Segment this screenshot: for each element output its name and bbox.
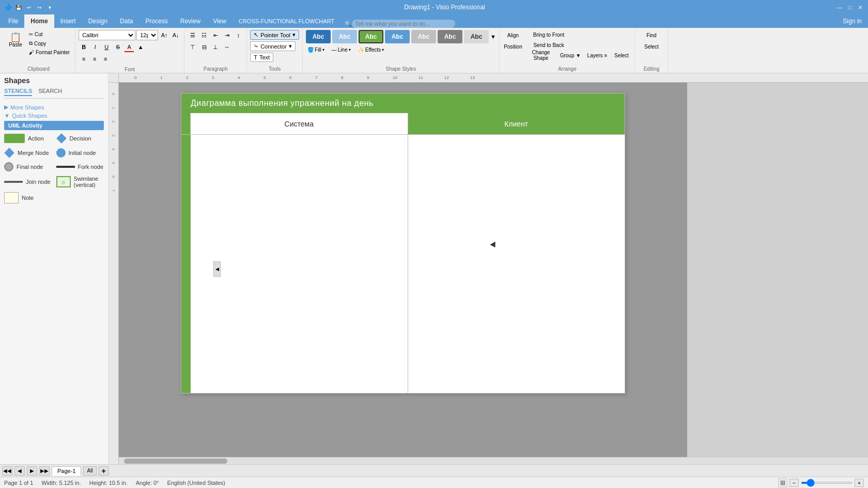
tab-design[interactable]: Design (82, 14, 114, 28)
font-family-select[interactable]: Calibri (79, 30, 135, 40)
page-nav-right[interactable]: ▶▶ (39, 466, 50, 476)
sidebar-tab-stencils[interactable]: STENCILS (4, 88, 32, 96)
shape-item-initial-node[interactable]: Initial node (56, 148, 104, 158)
shape-item-swimlane[interactable]: ||| Swimlane (vertical) (56, 176, 104, 188)
shape-item-fork-node[interactable]: Fork node (56, 162, 104, 171)
line-spacing-button[interactable]: ↕ (233, 30, 243, 40)
zoom-slider[interactable] (801, 482, 853, 484)
all-pages-button[interactable]: All (83, 466, 96, 476)
align-bottom-button[interactable]: ⊥ (210, 42, 221, 52)
connector-tool-button[interactable]: ⤷ Connector ▾ (250, 41, 296, 51)
underline-button[interactable]: U (101, 42, 112, 52)
decrease-font-button[interactable]: A↓ (171, 30, 181, 40)
shape-item-decision[interactable]: Decision (56, 133, 104, 144)
fill-button[interactable]: 🪣 Fill ▾ (306, 46, 326, 53)
increase-indent-button[interactable]: ⇥ (222, 30, 232, 40)
page-tab-1[interactable]: Page-1 (52, 466, 81, 476)
tab-view[interactable]: View (207, 14, 233, 28)
bullet-list-button[interactable]: ☰ (188, 30, 198, 40)
layers-button[interactable]: Layers ≡ (584, 51, 610, 60)
editing-select-button[interactable]: Select (639, 41, 664, 52)
text-direction-button[interactable]: ↔ (222, 42, 232, 52)
strikethrough-button[interactable]: S (113, 42, 123, 52)
maximize-btn[interactable]: □ (846, 4, 854, 11)
tell-me-input[interactable] (352, 20, 455, 28)
cut-button[interactable]: ✂ Cut (27, 30, 72, 39)
fill-dropdown-icon: ▾ (322, 48, 324, 52)
align-top-button[interactable]: ⊤ (188, 42, 198, 52)
format-painter-button[interactable]: 🖌 Format Painter (27, 48, 72, 57)
effects-button[interactable]: ✨ Effects ▾ (357, 46, 385, 53)
pointer-tool-button[interactable]: ↖ Pointer Tool ▾ (250, 30, 299, 40)
canvas-scroll[interactable]: Диаграмма выполнения упражнений на день … (119, 83, 868, 457)
align-middle-button[interactable]: ⊟ (199, 42, 209, 52)
position-button[interactable]: Position (503, 41, 523, 52)
fit-page-icon[interactable]: ⊞ (778, 478, 787, 487)
shape-item-merge-node[interactable]: Merge Node (4, 148, 52, 158)
add-page-button[interactable]: + (99, 466, 109, 476)
change-shape-button[interactable]: Change Shape (525, 51, 556, 60)
find-button[interactable]: Find (639, 30, 664, 40)
tab-cross-functional[interactable]: CROSS-FUNCTIONAL FLOWCHART (233, 14, 340, 28)
copy-button[interactable]: ⧉ Copy (27, 39, 72, 48)
more-shapes-link[interactable]: ▶ More Shapes (4, 104, 104, 111)
save-btn[interactable]: 💾 (15, 4, 22, 11)
horizontal-scrollbar[interactable] (119, 457, 868, 464)
line-button[interactable]: ― Line ▾ (330, 46, 352, 53)
style-swatch-4[interactable]: Abc (385, 30, 410, 43)
quick-shapes-link[interactable]: ▼ Quick Shapes (4, 113, 104, 119)
tab-data[interactable]: Data (114, 14, 139, 28)
styles-more-icon[interactable]: ▼ (490, 34, 496, 40)
h-scroll-thumb[interactable] (124, 459, 227, 464)
align-right-button[interactable]: ≡ (100, 54, 111, 64)
decrease-indent-button[interactable]: ⇤ (210, 30, 221, 40)
tab-review[interactable]: Review (174, 14, 207, 28)
align-left-button[interactable]: ≡ (79, 54, 89, 64)
send-to-back-button[interactable]: Send to Back (525, 40, 572, 50)
align-button[interactable]: Align (503, 30, 523, 40)
bold-button[interactable]: B (79, 42, 89, 52)
style-swatch-1[interactable]: Abc (306, 30, 331, 43)
sidebar-collapse-button[interactable]: ◀ (213, 261, 221, 277)
style-swatch-5[interactable]: Abc (411, 30, 436, 43)
paste-button[interactable]: 📋 Paste (5, 30, 26, 61)
page-nav-left[interactable]: ◀◀ (2, 466, 12, 476)
close-btn[interactable]: ✕ (857, 4, 864, 11)
bring-to-front-button[interactable]: Bring to Front (525, 30, 572, 39)
tab-process[interactable]: Process (139, 14, 174, 28)
font-size-select[interactable]: 12pt. (136, 30, 158, 40)
minimize-btn[interactable]: — (836, 4, 843, 11)
zoom-in-button[interactable]: + (855, 479, 864, 487)
shape-item-join-node[interactable]: Join node (4, 176, 52, 188)
sidebar-tab-search[interactable]: SEARCH (38, 88, 62, 96)
style-swatch-3[interactable]: Abc (359, 30, 383, 43)
group-button[interactable]: Group ▼ (557, 51, 583, 60)
italic-button[interactable]: I (90, 42, 100, 52)
quick-access-more[interactable]: ▾ (46, 4, 53, 11)
text-tool-button[interactable]: T Text (250, 53, 273, 62)
shape-item-action[interactable]: Action (4, 133, 52, 144)
highlight-button[interactable]: ▲ (135, 42, 146, 52)
tab-signin[interactable]: Sign in (836, 14, 868, 28)
numbered-list-button[interactable]: ☷ (199, 30, 209, 40)
tab-home[interactable]: Home (24, 14, 54, 28)
page-nav-next[interactable]: ▶ (27, 466, 37, 476)
tab-insert[interactable]: Insert (54, 14, 82, 28)
diagram-col-sistema[interactable] (191, 135, 408, 393)
shape-item-note[interactable]: Note (4, 192, 52, 203)
diagram-col-klient[interactable] (408, 135, 625, 393)
page-nav-prev[interactable]: ◀ (14, 466, 25, 476)
shape-item-final-node[interactable]: Final node (4, 162, 52, 171)
active-category[interactable]: UML Activity (4, 121, 104, 130)
style-swatch-7[interactable]: Abc (464, 30, 489, 43)
style-swatch-2[interactable]: Abc (332, 30, 357, 43)
font-color-button[interactable]: A (124, 42, 134, 52)
redo-btn[interactable]: ↪ (36, 4, 43, 11)
increase-font-button[interactable]: A↑ (159, 30, 169, 40)
select-button[interactable]: Select (611, 51, 632, 60)
tab-file[interactable]: File (2, 14, 24, 28)
align-center-button[interactable]: ≡ (89, 54, 100, 64)
zoom-out-button[interactable]: − (789, 479, 799, 487)
undo-btn[interactable]: ↩ (25, 4, 33, 11)
style-swatch-6[interactable]: Abc (438, 30, 462, 43)
